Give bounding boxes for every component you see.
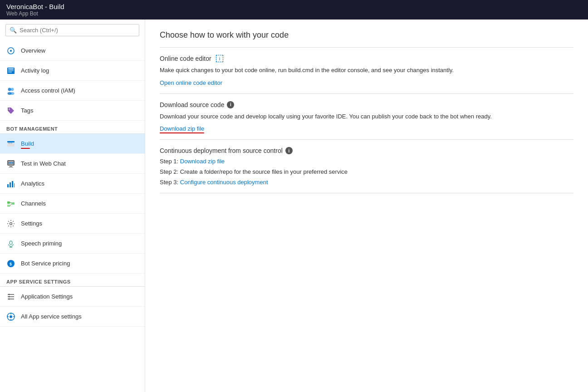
app-subtitle: Web App Bot — [6, 10, 582, 17]
step3-text: Step 3: Configure continuous deployment — [160, 179, 573, 186]
online-editor-desc: Make quick changes to your bot code onli… — [160, 66, 573, 75]
top-header: VeronicaBot - Build Web App Bot — [0, 0, 588, 20]
sidebar-item-tags[interactable]: Tags — [0, 101, 145, 121]
access-icon — [6, 86, 15, 95]
svg-text:$: $ — [10, 262, 12, 266]
deployment-divider — [160, 193, 573, 193]
download-source-title: Download source code i — [160, 101, 573, 108]
svg-point-39 — [9, 294, 10, 295]
bot-management-label: BOT MANAGEMENT — [0, 121, 145, 134]
speech-icon — [6, 239, 15, 248]
download-divider — [160, 139, 573, 140]
activity-icon — [6, 66, 15, 75]
app-settings-icon — [6, 292, 15, 301]
sidebar-item-activity-label: Activity log — [21, 67, 49, 74]
content-area: Choose how to work with your code Online… — [145, 20, 588, 392]
svg-rect-17 — [9, 167, 13, 167]
channels-icon — [6, 199, 15, 208]
sidebar-item-test-web-chat[interactable]: Test in Web Chat — [0, 154, 145, 174]
step2-text: Step 2: Create a folder/repo for the sou… — [160, 168, 573, 175]
svg-rect-24 — [14, 183, 15, 187]
svg-rect-27 — [12, 202, 15, 205]
online-editor-badge: i — [216, 55, 223, 62]
search-input[interactable] — [20, 27, 135, 34]
all-settings-icon — [6, 312, 15, 321]
sidebar-item-settings-label: Settings — [21, 220, 42, 227]
sidebar-item-speech-label: Speech priming — [21, 240, 62, 247]
open-editor-link[interactable]: Open online code editor — [160, 79, 222, 86]
page-title: Choose how to work with your code — [160, 30, 573, 40]
sidebar-item-access-control[interactable]: Access control (IAM) — [0, 81, 145, 101]
app-service-label: APP SERVICE SETTINGS — [0, 274, 145, 287]
overview-icon — [6, 46, 15, 55]
download-source-label: Download source code — [160, 101, 224, 108]
svg-point-19 — [10, 162, 12, 163]
title-divider — [160, 47, 573, 48]
sidebar-item-tags-label: Tags — [21, 107, 33, 114]
svg-point-40 — [9, 296, 10, 297]
svg-point-30 — [10, 222, 12, 225]
svg-point-9 — [10, 92, 15, 95]
svg-point-31 — [10, 241, 12, 245]
online-editor-title: Online code editor i — [160, 55, 573, 62]
sidebar-item-analytics-label: Analytics — [21, 180, 44, 187]
svg-rect-21 — [7, 184, 9, 187]
editor-divider — [160, 93, 573, 94]
step3-link[interactable]: Configure continuous deployment — [180, 179, 268, 186]
pricing-icon: $ — [6, 259, 15, 268]
tags-icon — [6, 106, 15, 115]
svg-point-43 — [10, 315, 12, 318]
svg-rect-4 — [8, 70, 14, 71]
build-icon: </> — [6, 139, 15, 148]
sidebar-item-test-label: Test in Web Chat — [21, 160, 66, 167]
step1-link[interactable]: Download zip file — [180, 158, 225, 165]
svg-line-28 — [10, 202, 12, 203]
download-zip-link[interactable]: Download zip file — [160, 125, 204, 132]
download-info-icon: i — [227, 101, 234, 108]
search-box[interactable]: 🔍 — [5, 24, 139, 36]
step1-text: Step 1: Download zip file — [160, 158, 573, 165]
download-source-desc: Download your source code and develop lo… — [160, 112, 573, 121]
main-layout: 🔍 Overview Activit — [0, 20, 588, 392]
continuous-deployment-label: Continuous deployment from source contro… — [160, 147, 283, 154]
sidebar-item-activity-log[interactable]: Activity log — [0, 61, 145, 81]
sidebar-item-speech-priming[interactable]: Speech priming — [0, 234, 145, 254]
sidebar-item-build[interactable]: </> Build — [0, 134, 145, 154]
sidebar-item-application-settings[interactable]: Application Settings — [0, 287, 145, 307]
svg-rect-22 — [10, 182, 11, 187]
sidebar-item-app-settings-label: Application Settings — [21, 293, 73, 300]
online-editor-label: Online code editor — [160, 55, 211, 62]
sidebar-item-settings[interactable]: Settings — [0, 214, 145, 234]
sidebar-item-overview[interactable]: Overview — [0, 41, 145, 61]
svg-rect-26 — [7, 205, 10, 207]
settings-icon — [6, 219, 15, 228]
sidebar-item-all-app-service[interactable]: All App service settings — [0, 307, 145, 327]
svg-rect-23 — [12, 181, 13, 187]
sidebar-item-analytics[interactable]: Analytics — [0, 174, 145, 194]
search-icon: 🔍 — [10, 27, 17, 34]
analytics-icon — [6, 179, 15, 188]
continuous-deployment-title: Continuous deployment from source contro… — [160, 147, 573, 154]
sidebar-item-build-label: Build — [21, 140, 34, 147]
svg-text:</>: </> — [8, 141, 12, 144]
svg-line-29 — [10, 204, 12, 206]
svg-point-7 — [11, 88, 14, 91]
deployment-info-icon: i — [285, 147, 293, 154]
svg-rect-5 — [8, 72, 12, 73]
svg-point-1 — [10, 50, 12, 52]
sidebar-item-overview-label: Overview — [21, 47, 45, 54]
sidebar-item-pricing[interactable]: $ Bot Service pricing — [0, 254, 145, 274]
sidebar-item-access-label: Access control (IAM) — [21, 87, 75, 94]
svg-point-10 — [9, 108, 10, 109]
sidebar-item-channels-label: Channels — [21, 200, 46, 207]
svg-point-20 — [12, 162, 14, 163]
svg-point-41 — [9, 298, 10, 299]
sidebar-item-channels[interactable]: Channels — [0, 194, 145, 214]
app-title: VeronicaBot - Build — [6, 3, 582, 10]
svg-point-18 — [9, 162, 10, 163]
svg-rect-25 — [7, 201, 10, 204]
sidebar-item-pricing-label: Bot Service pricing — [21, 260, 70, 267]
sidebar-item-all-app-label: All App service settings — [21, 313, 82, 320]
svg-rect-16 — [10, 166, 12, 167]
svg-point-6 — [8, 88, 11, 91]
